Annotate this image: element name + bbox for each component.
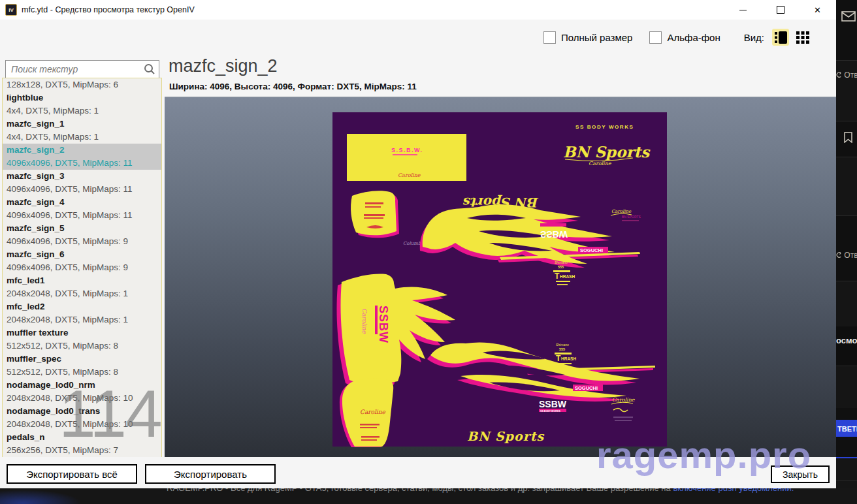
- texture-name: mazfc_sign_4: [7, 196, 161, 209]
- texture-details: 256x256, DXT5, MipMaps: 7: [7, 444, 161, 457]
- view-grid-button[interactable]: [794, 29, 811, 46]
- texture-details: 512x512, DXT5, MipMaps: 8: [7, 339, 161, 353]
- texture-list-item[interactable]: mazfc_sign_4 4096x4096, DXT5, MipMaps: 1…: [3, 196, 161, 222]
- divider: [836, 457, 857, 458]
- view-label: Вид:: [744, 32, 764, 43]
- texture-details: 2048x2048, DXT5, MipMaps: 1: [7, 313, 161, 326]
- texture-label-plate-script: Caroline: [398, 172, 421, 178]
- texture-name: lightblue: [7, 91, 161, 104]
- texture-label-bn-caroline: Caroline: [589, 161, 612, 166]
- texture-label-plate: S.S.B.W.: [391, 147, 423, 153]
- search-icon: [144, 63, 155, 75]
- texture-name: pedals_n: [7, 431, 161, 444]
- texture-details: 4096x4096, DXT5, MipMaps: 9: [7, 235, 161, 248]
- divider: [836, 281, 857, 281]
- texture-label-soguchi-top: SOGUCHI: [580, 247, 603, 253]
- texture-details: 4x4, DXT5, MipMaps: 1: [7, 104, 161, 118]
- texture-list-item[interactable]: mfc_led2 2048x2048, DXT5, MipMaps: 1: [3, 300, 161, 326]
- texture-label-ssbw-vertical: SSBW: [377, 306, 390, 343]
- detail-view-icon: [775, 31, 787, 44]
- full-size-checkbox[interactable]: [543, 31, 556, 44]
- alpha-bg-label: Альфа-фон: [667, 32, 720, 43]
- maximize-button[interactable]: [762, 0, 799, 20]
- texture-details: 4096x4096, DXT5, MipMaps: 11: [7, 209, 161, 222]
- texture-list-item[interactable]: mazfc_sign_6 4096x4096, DXT5, MipMaps: 9: [3, 248, 161, 274]
- texture-name: mazfc_sign_1: [7, 118, 161, 131]
- texture-list-item[interactable]: muffler texture 512x512, DXT5, MipMaps: …: [3, 326, 161, 353]
- alpha-bg-checkbox[interactable]: [649, 31, 662, 44]
- bookmark-icon: [844, 132, 852, 143]
- texture-name: mazfc_sign_6: [7, 248, 161, 261]
- export-button[interactable]: Экспортировать: [145, 464, 276, 484]
- texture-list-item[interactable]: nodamage_lod0_trans 2048x2048, DXT5, Mip…: [3, 405, 161, 431]
- footer-bar: Экспортировать всё Экспортировать Закрыт…: [0, 457, 836, 488]
- notification-permission-text: RAGEMP.PRO - Все для RageMP - GTA5, гото…: [167, 488, 794, 493]
- texture-details: 128x128, DXT5, MipMaps: 6: [7, 78, 161, 91]
- preview-title: mazfc_sign_2: [169, 56, 278, 76]
- minimize-icon: [739, 10, 747, 10]
- texture-label-caroline-b2: Caroline: [612, 397, 636, 403]
- texture-details: 2048x2048, DXT5, MipMaps: 10: [7, 392, 161, 405]
- texture-list-item[interactable]: mazfc_sign_3 4096x4096, DXT5, MipMaps: 1…: [3, 170, 161, 196]
- rail-band: [836, 326, 857, 366]
- preview-pane: Shimano 555 T HRASH S.S.B.W. Caroline SS…: [165, 97, 836, 458]
- texture-name: mazfc_sign_3: [7, 170, 161, 183]
- texture-list-item[interactable]: lightblue 4x4, DXT5, MipMaps: 1: [3, 91, 161, 118]
- preview-subtitle: Ширина: 4096, Высота: 4096, Формат: DXT5…: [169, 82, 417, 91]
- maximize-icon: [777, 6, 784, 14]
- background-page-bottom: RAGEMP.PRO - Все для RageMP - GTA5, гото…: [0, 488, 857, 504]
- texture-list-item[interactable]: mfc_led1 2048x2048, DXT5, MipMaps: 1: [3, 274, 161, 300]
- texture-list-item[interactable]: nodamage_lod0_nrm 2048x2048, DXT5, MipMa…: [3, 379, 161, 405]
- texture-label-soguchi-bottom: SOGUCHI: [575, 385, 598, 391]
- close-button[interactable]: ✕: [799, 0, 836, 20]
- texture-details: 2048x2048, DXT5, MipMaps: 10: [7, 418, 161, 431]
- texture-list-item[interactable]: 128x128, DXT5, MipMaps: 6: [3, 78, 161, 91]
- reply-link-fragment: Отв: [836, 71, 857, 80]
- texture-name: mazfc_sign_2: [7, 144, 161, 157]
- export-all-button[interactable]: Экспортировать всё: [7, 464, 137, 484]
- background-glow: [0, 490, 82, 504]
- texture-details: 4096x4096, DXT5, MipMaps: 11: [7, 157, 161, 170]
- texture-list: 128x128, DXT5, MipMaps: 6 lightblue 4x4,…: [2, 78, 162, 458]
- texture-image: Shimano 555 T HRASH S.S.B.W. Caroline SS…: [332, 112, 667, 447]
- divider: [836, 157, 857, 157]
- texture-label-caroline-bl: Caroline: [360, 409, 386, 415]
- texture-details: 4096x4096, DXT5, MipMaps: 11: [7, 183, 161, 196]
- texture-label-ssbw-mirror: SSBW: [540, 229, 568, 240]
- texture-label-bnsports-bottom: BN Sports: [467, 429, 545, 443]
- grid-view-icon: [796, 31, 809, 44]
- rail-band: [836, 0, 857, 60]
- texture-name: mfc_led1: [7, 274, 161, 287]
- close-dialog-button[interactable]: Закрыть: [771, 465, 830, 483]
- divider: [836, 366, 857, 366]
- texture-list-item[interactable]: mazfc_sign_5 4096x4096, DXT5, MipMaps: 9: [3, 222, 161, 248]
- texture-label-ssbw-white: SSBW: [539, 399, 567, 409]
- search-input[interactable]: [10, 61, 140, 77]
- texture-list-item[interactable]: mazfc_sign_2 4096x4096, DXT5, MipMaps: 1…: [3, 144, 161, 170]
- texture-name: nodamage_lod0_nrm: [7, 379, 161, 392]
- background-forum-rail: Отв Отв осмо ТВЕТИ: [836, 0, 857, 488]
- texture-list-item[interactable]: pedals_n 256x256, DXT5, MipMaps: 7: [3, 431, 161, 457]
- divider: [836, 480, 857, 480]
- texture-list-item[interactable]: mazfc_sign_1 4x4, DXT5, MipMaps: 1: [3, 118, 161, 144]
- texture-details: 512x512, DXT5, MipMaps: 8: [7, 366, 161, 379]
- reply-arrow-icon: [836, 252, 842, 258]
- texture-list-item[interactable]: muffler_spec 512x512, DXT5, MipMaps: 8: [3, 353, 161, 379]
- search-box: [5, 60, 159, 78]
- reply-button-fragment[interactable]: ТВЕТИ: [836, 420, 857, 437]
- texture-name: muffler texture: [7, 326, 161, 339]
- texture-label-ssbw-sub: SS BODY WORKS: [540, 410, 560, 413]
- texture-details: 4x4, DXT5, MipMaps: 1: [7, 131, 161, 144]
- window-controls: ✕: [724, 0, 836, 20]
- minimize-button[interactable]: [724, 0, 762, 20]
- options-toolbar: Полный размер Альфа-фон Вид:: [543, 29, 811, 46]
- texture-label-door-script: Caroline: [361, 308, 368, 334]
- view-detail-button[interactable]: [772, 29, 789, 46]
- window-title: mfc.ytd - Средство просмотра текстур Ope…: [22, 5, 195, 14]
- reply-link-fragment: Отв: [836, 251, 857, 260]
- divider: [836, 60, 857, 61]
- texture-name: nodamage_lod0_trans: [7, 405, 161, 418]
- texture-details: 4096x4096, DXT5, MipMaps: 9: [7, 261, 161, 274]
- texture-label-ssbodyworks: SS BODY WORKS: [575, 124, 634, 130]
- titlebar: IV mfc.ytd - Средство просмотра текстур …: [0, 0, 836, 20]
